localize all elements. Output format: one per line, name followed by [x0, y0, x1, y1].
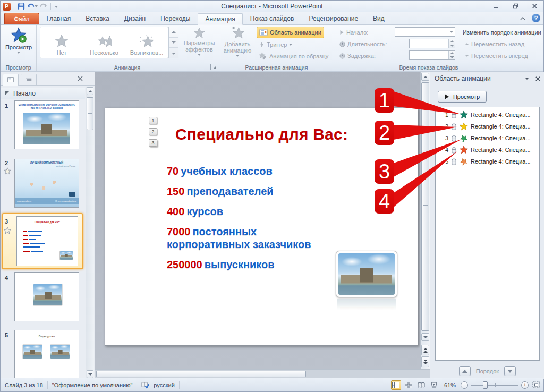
slide-picture[interactable]: [336, 251, 397, 297]
previous-slide-button[interactable]: [421, 345, 429, 355]
effect-options-button[interactable]: Параметры эффектов: [182, 27, 216, 56]
delay-spinner[interactable]: [409, 50, 455, 60]
tab-review[interactable]: Рецензирование: [301, 13, 366, 24]
tab-home[interactable]: Главная: [39, 13, 79, 24]
scroll-up-icon[interactable]: [421, 73, 429, 81]
next-slide-button[interactable]: [421, 356, 429, 367]
tab-outline[interactable]: [21, 74, 37, 86]
slide-sorter-view-button[interactable]: [404, 380, 414, 390]
animation-order-badge-1[interactable]: 1: [149, 117, 157, 124]
effect-options-dropdown-icon: [198, 54, 201, 56]
pane-close-icon[interactable]: [536, 76, 540, 81]
zoom-in-button[interactable]: +: [521, 381, 529, 389]
close-button[interactable]: [529, 2, 540, 10]
none-star-icon: [55, 34, 69, 48]
animation-item-2[interactable]: 2 Rectangle 4: Специа...: [436, 121, 539, 132]
fit-to-window-button[interactable]: [531, 380, 541, 390]
gallery-more-button[interactable]: [169, 48, 178, 58]
move-later-button[interactable]: Переместить вперед: [463, 50, 530, 62]
animation-order-badge-3[interactable]: 3: [149, 139, 157, 147]
callout-number-2: 2: [375, 121, 394, 145]
animation-pane-icon: [259, 28, 268, 37]
gallery-up-button[interactable]: [169, 27, 178, 38]
tab-design[interactable]: Дизайн: [117, 13, 153, 24]
outline-tab-icon: [25, 76, 32, 84]
gallery-down-button[interactable]: [169, 38, 178, 48]
animation-item-3[interactable]: 3 Rectangle 4: Специа...: [436, 132, 539, 144]
animation-item-1[interactable]: 1 Rectangle 4: Специа...: [436, 109, 539, 121]
restore-button[interactable]: [509, 2, 521, 10]
zoom-level[interactable]: 61%: [444, 382, 456, 388]
gallery-item-multiple[interactable]: Несколько: [83, 27, 125, 58]
animation-order-badge-2[interactable]: 2: [149, 128, 157, 135]
duration-spinner[interactable]: [409, 39, 455, 48]
slide-1-thumbnail[interactable]: Центр Компьютерного Обучения «Специалист…: [14, 100, 79, 149]
normal-view-button[interactable]: [391, 380, 401, 390]
slide-title[interactable]: Специально для Вас:: [175, 125, 348, 143]
zoom-slider[interactable]: [471, 381, 518, 389]
slideshow-view-button[interactable]: [429, 380, 439, 390]
theme-name[interactable]: "Оформление по умолчанию": [52, 382, 133, 388]
trigger-button[interactable]: Триггер: [257, 39, 294, 50]
powerpoint-window: P Специалист - Microsoft PowerPoint Файл…: [0, 0, 544, 392]
thumbnails-scrollbar[interactable]: [86, 87, 94, 379]
section-collapse-icon[interactable]: [5, 91, 9, 96]
thumbnails-scroll-up-icon[interactable]: [87, 87, 94, 95]
tab-slides[interactable]: [3, 74, 19, 86]
zoom-slider-thumb[interactable]: [483, 381, 488, 389]
mouse-trigger-icon: [451, 146, 457, 154]
scroll-thumb[interactable]: [421, 82, 429, 331]
animation-pane-button[interactable]: Область анимации: [257, 27, 324, 38]
minimize-ribbon-icon[interactable]: [518, 14, 528, 22]
start-combobox[interactable]: [395, 27, 455, 37]
preview-dropdown-icon[interactable]: [17, 52, 20, 54]
slide-counter[interactable]: Слайд 3 из 18: [5, 382, 43, 388]
gallery-item-appear[interactable]: Возникнов...: [125, 27, 168, 58]
tab-insert[interactable]: Вставка: [78, 13, 117, 24]
trigger-lightning-icon: [259, 41, 265, 48]
zoom-out-button[interactable]: −: [461, 381, 468, 389]
thumbnails-scroll-down-icon[interactable]: [87, 370, 94, 378]
minimize-button[interactable]: [490, 2, 502, 10]
orange-motion-star-icon: [459, 157, 469, 166]
animation-painter-button[interactable]: Анимация по образцу: [257, 50, 330, 62]
scroll-down-icon[interactable]: [421, 333, 429, 341]
animation-item-4[interactable]: 4 Rectangle 4: Специа...: [436, 144, 539, 156]
tab-file[interactable]: Файл: [4, 13, 39, 24]
mouse-trigger-icon: [451, 134, 457, 142]
order-down-button[interactable]: [504, 366, 516, 376]
slide-4-thumbnail[interactable]: [14, 272, 79, 321]
slide-2-thumbnail[interactable]: ЛУЧШИЙ КОМПЬЮТЕРНЫЙ учебный центр России…: [14, 159, 79, 208]
slide-2-animation-icon: [4, 167, 11, 175]
slide-canvas[interactable]: 1 2 3 Специально для Вас: 70учебных клас…: [105, 108, 418, 346]
editor-horizontal-scrollbar[interactable]: [95, 369, 430, 378]
thumbnails-scroll-thumb[interactable]: [87, 97, 94, 130]
slide-1-number: 1: [5, 103, 8, 109]
slide-body-text[interactable]: 70учебных классов 150преподавателей 400к…: [167, 165, 332, 278]
pane-preview-button[interactable]: Просмотр: [438, 91, 487, 103]
callout-number-3: 3: [375, 159, 394, 184]
hscroll-thumb[interactable]: [96, 371, 306, 377]
pane-menu-icon[interactable]: [525, 78, 529, 80]
editor-vertical-scrollbar[interactable]: [420, 72, 430, 369]
gallery-item-none[interactable]: Нет: [40, 27, 83, 58]
section-header[interactable]: Начало: [1, 88, 85, 99]
tab-view[interactable]: Вид: [366, 13, 392, 24]
slide-3-thumbnail[interactable]: Специально для Вас:: [16, 216, 78, 266]
animation-item-5[interactable]: 5 Rectangle 4: Специа...: [436, 156, 539, 167]
preview-button[interactable]: Просмотр: [5, 27, 32, 54]
slide-3-photo: [60, 251, 73, 260]
close-panel-icon[interactable]: [78, 76, 83, 81]
slide-5-thumbnail[interactable]: Видеоуроки: [14, 330, 79, 379]
tab-transitions[interactable]: Переходы: [153, 13, 198, 24]
spellcheck-icon[interactable]: [141, 381, 149, 389]
order-up-button[interactable]: [459, 366, 471, 376]
language-indicator[interactable]: русский: [154, 382, 174, 388]
tab-animations[interactable]: Анимация: [198, 13, 242, 25]
move-earlier-button[interactable]: Переместить назад: [463, 38, 526, 50]
tab-slideshow[interactable]: Показ слайдов: [243, 13, 302, 24]
yellow-star-icon: [460, 122, 468, 131]
reading-view-button[interactable]: [416, 380, 427, 390]
help-button[interactable]: ?: [532, 14, 540, 22]
add-animation-button[interactable]: Добавить анимацию: [222, 26, 253, 57]
